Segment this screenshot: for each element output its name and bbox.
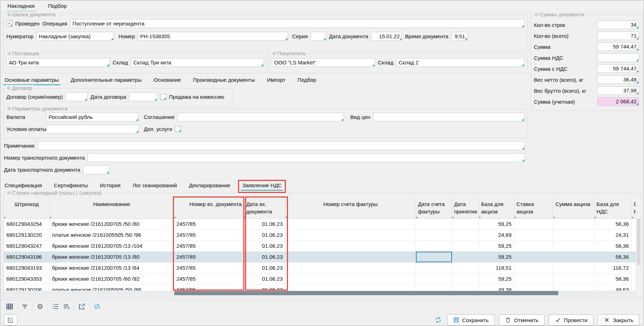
save-button[interactable]: Сохранить (447, 314, 495, 326)
detail-tab-5[interactable]: Декларирование (188, 182, 231, 191)
column-header[interactable]: Наименование (50, 198, 174, 218)
close-button[interactable]: Закрыть (598, 314, 639, 326)
table-cell[interactable]: брюки женские /2161200705 /13 /104 (50, 241, 174, 251)
settings-button[interactable]: ⚙ (34, 301, 46, 312)
commission-checkbox[interactable] (160, 94, 166, 100)
param-tab-1[interactable]: Основные параметры (4, 76, 60, 85)
supplier-warehouse-field[interactable]: Склад Три кита (131, 58, 264, 67)
table-cell[interactable] (416, 241, 452, 251)
sum-field[interactable]: 34 (597, 21, 639, 29)
operation-field[interactable]: Поступление от нерезидента (70, 19, 525, 28)
column-header[interactable]: Дата вх. документа (244, 198, 286, 218)
table-cell[interactable]: 58,36 (594, 274, 632, 284)
detail-tab-6[interactable]: Заявление НДС (242, 182, 282, 191)
sum-field[interactable]: 37,98 (597, 86, 639, 95)
sum-field[interactable] (597, 53, 639, 62)
transport-number-field[interactable] (87, 153, 525, 162)
post-button[interactable]: Провести (549, 314, 593, 326)
table-cell[interactable]: 2457/85 (174, 230, 244, 240)
table-cell[interactable] (514, 274, 553, 284)
vertical-scrollbar-thumb[interactable] (637, 219, 640, 265)
detail-tab-4[interactable]: Лог сканирований (132, 182, 177, 191)
table-cell[interactable] (452, 252, 479, 262)
menu-tab-podbor[interactable]: Подбор (47, 0, 68, 12)
table-cell[interactable]: 58,36 (594, 219, 632, 229)
param-tab-3[interactable]: Основание (153, 76, 182, 85)
number-field[interactable]: РН-1538355 (138, 32, 288, 41)
table-cell[interactable] (286, 241, 416, 251)
table-cell[interactable]: 118,51 (479, 263, 514, 273)
vertical-scrollbar[interactable] (636, 198, 641, 296)
posted-checkbox[interactable] (6, 21, 12, 27)
table-cell[interactable]: 59,25 (479, 219, 514, 229)
filter-button[interactable] (19, 301, 30, 312)
table-cell[interactable]: 01.06.23 (244, 274, 286, 284)
table-cell[interactable]: 680129043193 (4, 263, 50, 273)
collapse-icon[interactable]: ⊖ (7, 51, 11, 56)
extra-services-checkbox[interactable] (175, 126, 181, 132)
table-cell[interactable]: 01.06.23 (244, 252, 286, 262)
table-cell[interactable]: 01.06.23 (244, 219, 286, 229)
table-cell[interactable]: 680129043186 (4, 252, 50, 262)
table-cell[interactable] (452, 274, 479, 284)
collapse-icon[interactable]: ⊖ (272, 51, 276, 56)
table-cell[interactable] (452, 263, 479, 273)
table-cell[interactable] (553, 252, 594, 262)
table-cell[interactable]: брюки женские /2161200705 /13 /80 (50, 252, 174, 262)
transport-date-field[interactable] (83, 165, 109, 174)
table-cell[interactable] (514, 263, 553, 273)
table-cell[interactable]: 59,25 (479, 241, 514, 251)
table-cell[interactable] (286, 230, 416, 240)
cancel-button[interactable]: Отменить (499, 314, 544, 326)
column-header[interactable]: Дата счета фактуры (416, 198, 452, 218)
numbered-list-button[interactable]: 123 (50, 301, 61, 312)
table-cell[interactable] (416, 263, 452, 273)
edit-button[interactable] (4, 314, 17, 326)
param-tab-2[interactable]: Дополнительные параметры (70, 76, 142, 85)
table-row[interactable]: 680129043254брюки женские /2161200705 /5… (4, 219, 641, 230)
table-cell[interactable] (553, 241, 594, 251)
add-list-button[interactable] (61, 301, 72, 312)
table-cell[interactable] (553, 230, 594, 240)
table-row[interactable]: 680129043186брюки женские /2161200705 /1… (4, 252, 641, 263)
column-header[interactable]: База для НДС (594, 198, 632, 218)
table-cell[interactable]: 59,25 (479, 274, 514, 284)
table-cell[interactable] (286, 252, 416, 262)
table-cell[interactable]: 24,69 (479, 230, 514, 240)
buyer-warehouse-field[interactable]: Склад 2 (396, 58, 525, 67)
table-cell[interactable] (452, 241, 479, 251)
note-field[interactable] (38, 141, 525, 150)
table-cell[interactable] (416, 230, 452, 240)
contract-date-field[interactable] (129, 92, 157, 101)
doc-date-field[interactable]: 15.01.22 (371, 32, 402, 41)
table-cell[interactable]: 2457/85 (174, 219, 244, 229)
table-cell[interactable] (286, 274, 416, 284)
table-row[interactable]: 680129130220платье женское /2161005505 /… (4, 230, 641, 241)
sum-field[interactable]: 71 (597, 32, 639, 40)
numerator-field[interactable]: Накладные (закупка) (36, 32, 114, 41)
column-header[interactable]: Дата принятия (452, 198, 479, 218)
menu-tab-nakladnaya[interactable]: Накладная (6, 0, 36, 12)
column-header[interactable]: Сумма акциза (553, 198, 594, 218)
table-cell[interactable]: 01.06.23 (244, 230, 286, 240)
column-header[interactable]: Ставка акциза (514, 198, 553, 218)
table-cell[interactable]: 2457/85 (174, 241, 244, 251)
sum-field[interactable]: 36,48 (597, 75, 639, 84)
price-type-field[interactable] (373, 113, 525, 121)
table-cell[interactable] (553, 274, 594, 284)
table-grid-button[interactable] (4, 301, 15, 312)
column-header[interactable]: Номер счета фактуры (286, 198, 416, 218)
column-header[interactable]: Штрихкод (4, 198, 50, 218)
table-cell[interactable] (286, 219, 416, 229)
table-cell[interactable] (553, 219, 594, 229)
table-cell[interactable]: 2457/85 (174, 252, 244, 262)
table-cell[interactable]: 116,72 (594, 263, 632, 273)
param-tab-4[interactable]: Производные документы (192, 76, 256, 85)
sum-field[interactable]: 59 744,47 (597, 64, 639, 73)
currency-field[interactable]: Российский рубль (46, 113, 139, 121)
table-cell[interactable]: платье женское /2161005505 /50 /96 (50, 230, 174, 240)
table-cell[interactable]: 01.06.23 (244, 263, 286, 273)
table-cell[interactable] (452, 219, 479, 229)
table-cell[interactable]: 58,36 (594, 252, 632, 262)
table-cell[interactable] (553, 263, 594, 273)
